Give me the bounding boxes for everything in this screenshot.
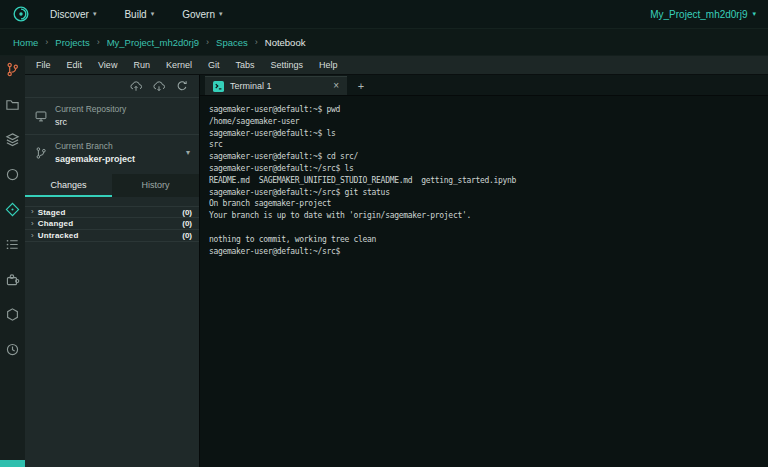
- terminal-line: sagemaker-user@default:~/src$ ls: [209, 163, 759, 175]
- menubar-kernel[interactable]: Kernel: [158, 60, 200, 70]
- git-panel-icon[interactable]: [5, 202, 20, 217]
- breadcrumb-separator-icon: ›: [45, 37, 48, 47]
- pull-cloud-down-icon[interactable]: [152, 79, 166, 93]
- menubar-run[interactable]: Run: [125, 60, 158, 70]
- git-side-panel: Current Repository src Current Branch sa…: [25, 75, 200, 467]
- chevron-down-icon: ▾: [752, 10, 756, 18]
- push-cloud-up-icon[interactable]: [129, 79, 143, 93]
- menu-build[interactable]: Build ▾: [124, 9, 154, 20]
- terminal-line: sagemaker-user@default:~$ cd src/: [209, 151, 759, 163]
- git-panel-tabs: Changes History: [25, 174, 199, 197]
- section-staged[interactable]: › Staged (0): [25, 206, 199, 218]
- breadcrumb-project-name[interactable]: My_Project_mh2d0rj9: [107, 37, 199, 48]
- history-clock-icon[interactable]: [5, 342, 20, 357]
- breadcrumb-projects[interactable]: Projects: [55, 37, 89, 48]
- document-tabbar: Terminal 1 × +: [200, 75, 768, 96]
- menubar-file[interactable]: File: [28, 60, 59, 70]
- git-branch-icon[interactable]: [5, 62, 20, 77]
- table-of-contents-icon[interactable]: [5, 237, 20, 252]
- workspace: Terminal 1 × + sagemaker-user@default:~$…: [200, 75, 768, 467]
- content-area: Current Repository src Current Branch sa…: [25, 75, 768, 467]
- chevron-down-icon: ▾: [151, 10, 155, 18]
- menubar-git[interactable]: Git: [200, 60, 228, 70]
- section-untracked-label: Untracked: [38, 231, 79, 240]
- current-repository-label: Current Repository: [55, 104, 126, 114]
- repository-monitor-icon: [34, 109, 48, 123]
- menu-govern-label: Govern: [182, 9, 215, 20]
- terminal-icon: [213, 81, 224, 92]
- top-navigation-bar: Discover ▾ Build ▾ Govern ▾ My_Project_m…: [0, 0, 768, 29]
- breadcrumb-separator-icon: ›: [97, 37, 100, 47]
- chevron-right-icon: ›: [31, 232, 34, 240]
- status-indicator: [0, 460, 25, 467]
- breadcrumb-home[interactable]: Home: [13, 37, 38, 48]
- menu-discover[interactable]: Discover ▾: [50, 9, 96, 20]
- section-staged-label: Staged: [38, 208, 66, 217]
- terminal-line: Your branch is up to date with 'origin/s…: [209, 210, 759, 222]
- terminal-line: On branch sagemaker-project: [209, 198, 759, 210]
- menubar-tabs[interactable]: Tabs: [227, 60, 262, 70]
- menu-build-label: Build: [124, 9, 146, 20]
- terminal-line: README.md SAGEMAKER_UNIFIED_STUDIO_READM…: [209, 175, 759, 187]
- branch-expand-icon[interactable]: ▾: [186, 148, 190, 157]
- breadcrumb-separator-icon: ›: [206, 37, 209, 47]
- branch-icon: [34, 146, 48, 160]
- ide-shell: File Edit View Run Kernel Git Tabs Setti…: [0, 56, 768, 467]
- chevron-right-icon: ›: [31, 208, 34, 216]
- chevron-right-icon: ›: [31, 220, 34, 228]
- section-changed-label: Changed: [38, 219, 74, 228]
- new-tab-button[interactable]: +: [352, 76, 370, 95]
- menu-govern[interactable]: Govern ▾: [182, 9, 222, 20]
- running-kernels-icon[interactable]: [5, 167, 20, 182]
- main-column: File Edit View Run Kernel Git Tabs Setti…: [25, 56, 768, 467]
- current-repository-value: src: [55, 117, 126, 127]
- terminal-line: src: [209, 139, 759, 151]
- breadcrumb-spaces[interactable]: Spaces: [216, 37, 248, 48]
- current-branch-block[interactable]: Current Branch sagemaker-project ▾: [25, 134, 199, 171]
- close-icon[interactable]: ×: [333, 81, 339, 91]
- git-sections: › Staged (0) › Changed (0) › Untracked (…: [25, 206, 199, 242]
- breadcrumb-separator-icon: ›: [255, 37, 258, 47]
- terminal-line: sagemaker-user@default:~$ ls: [209, 128, 759, 140]
- terminal-output[interactable]: sagemaker-user@default:~$ pwd /home/sage…: [200, 96, 768, 467]
- section-untracked-count: (0): [182, 231, 192, 240]
- menu-discover-label: Discover: [50, 9, 89, 20]
- jupyter-menubar: File Edit View Run Kernel Git Tabs Setti…: [25, 56, 768, 75]
- terminal-tab-label: Terminal 1: [230, 81, 272, 91]
- menubar-edit[interactable]: Edit: [59, 60, 91, 70]
- current-branch-value: sagemaker-project: [55, 154, 135, 164]
- breadcrumb: Home › Projects › My_Project_mh2d0rj9 › …: [0, 29, 768, 56]
- refresh-icon[interactable]: [175, 79, 189, 93]
- terminal-line: nothing to commit, working tree clean: [209, 234, 759, 246]
- git-panel-toolbar: [25, 75, 199, 97]
- menubar-help[interactable]: Help: [311, 60, 346, 70]
- menubar-settings[interactable]: Settings: [262, 60, 311, 70]
- section-changed[interactable]: › Changed (0): [25, 218, 199, 230]
- section-changed-count: (0): [182, 219, 192, 228]
- extensions-icon[interactable]: [5, 272, 20, 287]
- hexagon-icon[interactable]: [5, 307, 20, 322]
- terminal-line: [209, 222, 759, 234]
- terminal-line: sagemaker-user@default:~$ pwd: [209, 104, 759, 116]
- activity-bar: [0, 56, 25, 467]
- tab-history[interactable]: History: [112, 174, 199, 197]
- current-repository-block: Current Repository src: [25, 97, 199, 134]
- project-selector[interactable]: My_Project_mh2d0rj9 ▾: [650, 9, 756, 20]
- current-branch-label: Current Branch: [55, 141, 135, 151]
- section-untracked[interactable]: › Untracked (0): [25, 230, 199, 242]
- terminal-tab[interactable]: Terminal 1 ×: [205, 76, 347, 95]
- chevron-down-icon: ▾: [93, 10, 97, 18]
- terminal-line: sagemaker-user@default:~/src$ git status: [209, 187, 759, 199]
- file-browser-icon[interactable]: [5, 97, 20, 112]
- chevron-down-icon: ▾: [219, 10, 223, 18]
- project-selector-label: My_Project_mh2d0rj9: [650, 9, 747, 20]
- tab-changes[interactable]: Changes: [25, 174, 112, 197]
- menubar-view[interactable]: View: [90, 60, 125, 70]
- terminal-line: sagemaker-user@default:~/src$: [209, 246, 759, 258]
- layers-icon[interactable]: [5, 132, 20, 147]
- breadcrumb-notebook: Notebook: [265, 37, 306, 48]
- section-staged-count: (0): [182, 208, 192, 217]
- app-logo-icon[interactable]: [12, 5, 30, 23]
- terminal-line: /home/sagemaker-user: [209, 116, 759, 128]
